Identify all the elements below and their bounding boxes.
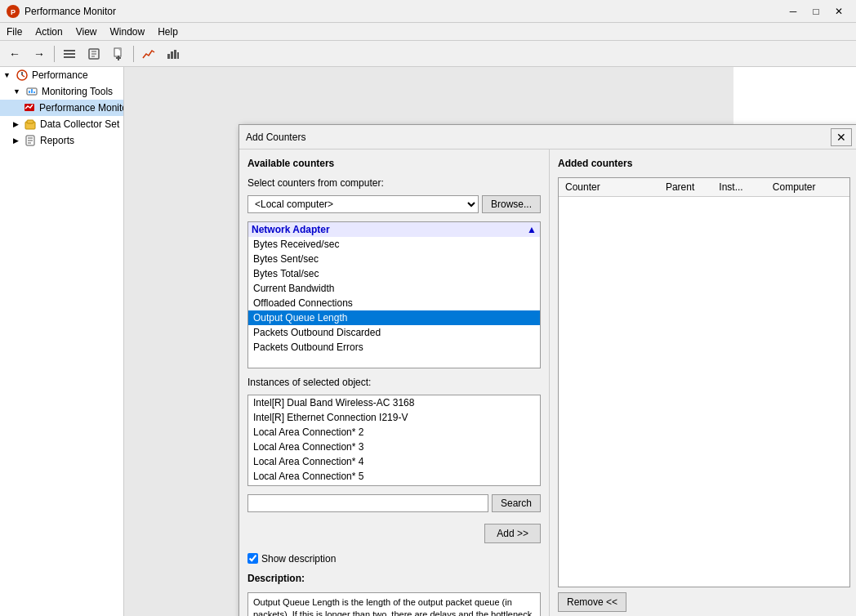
instances-container: Intel[R] Dual Band Wireless-AC 3168 Inte… xyxy=(247,395,541,486)
dialog-close-button[interactable]: ✕ xyxy=(831,128,852,146)
counter-item-bytes-total[interactable]: Bytes Total/sec xyxy=(248,266,540,281)
toolbar-show-hide[interactable] xyxy=(58,43,81,65)
counter-item-bytes-received[interactable]: Bytes Received/sec xyxy=(248,237,540,252)
menu-action[interactable]: Action xyxy=(29,25,69,39)
instance-local5[interactable]: Local Area Connection* 5 xyxy=(248,469,540,484)
show-desc-row: Show description xyxy=(247,553,541,565)
instance-local2[interactable]: Local Area Connection* 2 xyxy=(248,425,540,440)
search-input[interactable] xyxy=(247,494,488,512)
arrow-performance: ▼ xyxy=(3,71,11,79)
svg-rect-15 xyxy=(174,50,176,59)
sidebar-item-performance-monitor[interactable]: Performance Monitor xyxy=(0,100,123,116)
counter-item-packets-discarded[interactable]: Packets Outbound Discarded xyxy=(248,325,540,340)
sidebar-item-monitoring-tools[interactable]: ▼ Monitoring Tools xyxy=(0,83,123,100)
sidebar-item-data-collector[interactable]: ▶ Data Collector Set xyxy=(0,116,123,132)
added-counters-header: Added counters xyxy=(558,158,850,169)
instance-wireless[interactable]: Intel[R] Dual Band Wireless-AC 3168 xyxy=(248,395,540,410)
instance-ethernet[interactable]: Intel[R] Ethernet Connection I219-V xyxy=(248,410,540,425)
dialog-titlebar: Add Counters ✕ xyxy=(239,125,856,150)
left-panel: Available counters Select counters from … xyxy=(239,150,550,616)
arrow-data-collector: ▶ xyxy=(13,120,19,128)
window-controls: ─ □ ✕ xyxy=(782,3,849,20)
add-row: Add >> xyxy=(247,520,541,543)
toolbar-back[interactable]: ← xyxy=(3,43,26,65)
content-area: 11:40:06 AM um 42.558 ion 1:40 Computer … xyxy=(124,67,856,616)
show-description-checkbox[interactable] xyxy=(247,553,258,564)
search-button[interactable]: Search xyxy=(492,494,541,512)
counter-item-bytes-sent[interactable]: Bytes Sent/sec xyxy=(248,252,540,266)
dialog-body: Available counters Select counters from … xyxy=(239,150,856,616)
col-header-computer: Computer xyxy=(769,180,846,194)
arrow-reports: ▶ xyxy=(13,136,19,145)
sidebar-item-reports[interactable]: ▶ Reports xyxy=(0,132,123,149)
computer-select-row: <Local computer> Browse... xyxy=(247,195,541,213)
collapse-icon: ▲ xyxy=(527,224,537,235)
toolbar-properties[interactable] xyxy=(82,43,105,65)
reports-icon xyxy=(24,134,37,147)
arrow-monitoring: ▼ xyxy=(13,87,20,96)
computer-select[interactable]: <Local computer> xyxy=(247,195,479,213)
sidebar: ▼ Performance ▼ Monitoring Tools Perform… xyxy=(0,67,124,616)
svg-line-19 xyxy=(22,75,25,77)
sidebar-item-performance[interactable]: ▼ Performance xyxy=(0,67,123,83)
available-counters-header: Available counters xyxy=(247,158,541,169)
title-bar: P Performance Monitor ─ □ ✕ xyxy=(0,0,856,23)
added-counters-list xyxy=(559,197,849,584)
menu-file[interactable]: File xyxy=(0,25,29,39)
counter-list: Network Adapter ▲ Bytes Received/sec Byt… xyxy=(248,222,540,368)
show-description-label[interactable]: Show description xyxy=(261,553,336,565)
sidebar-label-reports: Reports xyxy=(40,135,74,146)
counter-item-packets-errors[interactable]: Packets Outbound Errors xyxy=(248,340,540,355)
minimize-button[interactable]: ─ xyxy=(782,3,804,20)
add-button[interactable]: Add >> xyxy=(484,524,541,543)
menu-view[interactable]: View xyxy=(69,25,104,39)
toolbar-graph[interactable] xyxy=(137,43,160,65)
svg-rect-26 xyxy=(27,120,33,123)
sidebar-label-perf-monitor: Performance Monitor xyxy=(39,102,123,114)
menu-bar: File Action View Window Help xyxy=(0,23,856,41)
svg-rect-4 xyxy=(64,56,75,58)
instance-local3[interactable]: Local Area Connection* 3 xyxy=(248,440,540,454)
browse-button[interactable]: Browse... xyxy=(482,195,541,213)
performance-icon xyxy=(16,69,29,82)
description-label: Description: xyxy=(247,573,541,584)
monitoring-tools-icon xyxy=(25,85,38,98)
instances-label: Instances of selected object: xyxy=(247,377,541,388)
toolbar-sep-2 xyxy=(133,46,134,62)
sidebar-label-monitoring: Monitoring Tools xyxy=(42,86,113,97)
sidebar-label-data-collector: Data Collector Set xyxy=(40,118,119,130)
col-header-inst: Inst... xyxy=(716,180,769,194)
counter-item-current-bandwidth[interactable]: Current Bandwidth xyxy=(248,281,540,296)
added-counters-container: Counter Parent Inst... Computer xyxy=(558,177,850,587)
toolbar-sep-1 xyxy=(54,46,55,62)
menu-window[interactable]: Window xyxy=(104,25,152,39)
col-header-counter: Counter xyxy=(562,180,662,194)
toolbar: ← → xyxy=(0,41,856,67)
menu-help[interactable]: Help xyxy=(151,25,185,39)
toolbar-new[interactable] xyxy=(107,43,130,65)
group-name: Network Adapter xyxy=(252,224,330,235)
toolbar-histogram[interactable] xyxy=(162,43,185,65)
restore-button[interactable]: □ xyxy=(805,3,827,20)
main-layout: ▼ Performance ▼ Monitoring Tools Perform… xyxy=(0,67,856,616)
window-title: Performance Monitor xyxy=(25,6,782,17)
toolbar-forward[interactable]: → xyxy=(28,43,51,65)
remove-button[interactable]: Remove << xyxy=(558,592,626,612)
data-collector-icon xyxy=(24,118,37,131)
instance-local4[interactable]: Local Area Connection* 4 xyxy=(248,454,540,469)
svg-rect-3 xyxy=(64,53,75,55)
sidebar-label-performance: Performance xyxy=(32,69,88,81)
svg-rect-2 xyxy=(64,50,75,51)
add-counters-dialog: Add Counters ✕ Available counters Select… xyxy=(239,124,856,616)
instance-iphttps[interactable]: Microsoft IP-HTTPS Platform Interface xyxy=(248,484,540,485)
svg-rect-13 xyxy=(167,54,170,59)
counter-item-offloaded[interactable]: Offloaded Connections xyxy=(248,296,540,310)
close-button[interactable]: ✕ xyxy=(828,3,849,20)
added-counters-columns: Counter Parent Inst... Computer xyxy=(559,178,849,197)
counter-item-output-queue[interactable]: Output Queue Length xyxy=(248,310,540,325)
description-box: Output Queue Length is the length of the… xyxy=(247,592,541,616)
col-header-parent: Parent xyxy=(662,180,716,194)
instances-list: Intel[R] Dual Band Wireless-AC 3168 Inte… xyxy=(248,395,540,485)
counter-group-network-adapter[interactable]: Network Adapter ▲ xyxy=(248,222,540,237)
right-panel: Added counters Counter Parent Inst... Co… xyxy=(550,150,856,616)
